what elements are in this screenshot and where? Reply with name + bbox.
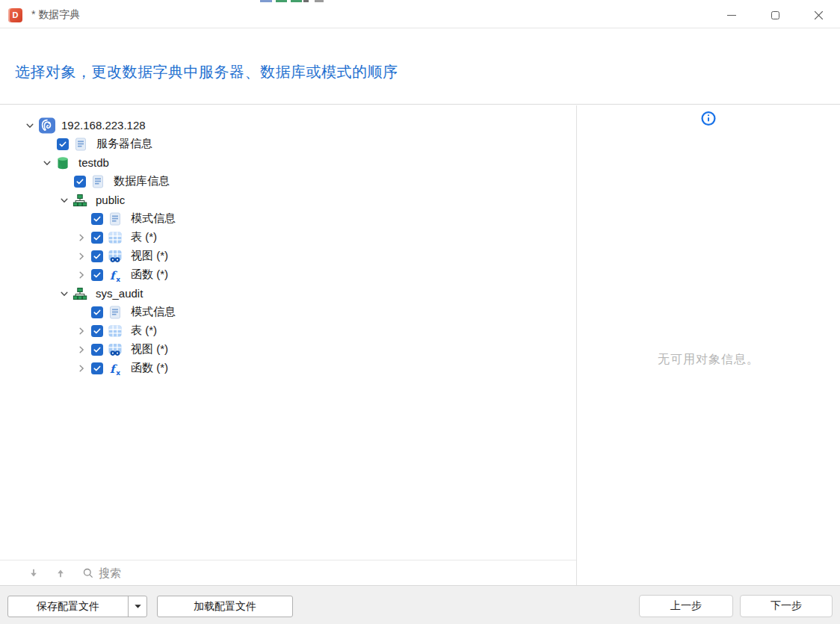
info-icon [701,111,717,129]
row-checkbox-checked[interactable] [91,344,103,356]
move-up-button[interactable] [55,567,66,578]
row-checkbox-checked[interactable] [91,362,103,374]
chevron-spacer [72,209,90,228]
tree-row[interactable]: testdb [0,153,576,172]
tree-row[interactable]: 服务器信息 [0,135,576,153]
tree-row[interactable]: fx函数 (*) [0,265,576,284]
tree-label: 192.168.223.128 [61,119,146,132]
wizard-header: 选择对象，更改数据字典中服务器、数据库或模式的顺序 [0,29,840,105]
row-checkbox-checked[interactable] [91,269,103,281]
view-icon [108,340,126,359]
tree-label: 函数 (*) [131,361,168,375]
tree-row[interactable]: 表 (*) [0,321,576,340]
view-icon [108,247,126,265]
tree-row[interactable]: 数据库信息 [0,172,576,191]
tree-row[interactable]: 视图 (*) [0,340,576,359]
data-dictionary-dialog: D * 数据字典 选择对象，更改数据字典中服务器、数据库或模式的顺序 192.1… [0,0,840,624]
tree-label: testdb [78,156,109,169]
object-info-panel: 无可用对象信息。 [577,105,840,585]
chevron-down-icon[interactable] [55,284,72,303]
checkbox-slot [90,306,108,318]
close-button[interactable] [797,2,840,28]
tree-row[interactable]: public [0,191,576,209]
schema-icon [72,284,90,303]
titlebar: D * 数据字典 [0,2,840,28]
chevron-right-icon[interactable] [72,340,90,359]
info-document-icon [108,303,126,321]
chevron-down-icon[interactable] [38,153,55,172]
chevron-right-icon[interactable] [72,265,90,284]
tree-label: public [96,194,125,206]
chevron-right-icon[interactable] [72,321,90,340]
database-icon [55,153,73,172]
tree-row[interactable]: sys_audit [0,284,576,303]
dropdown-caret-icon [135,605,141,608]
row-checkbox-checked[interactable] [91,306,103,318]
checkbox-slot [90,232,108,244]
row-checkbox-checked[interactable] [74,176,86,188]
tree-row[interactable]: 192.168.223.128 [0,116,576,135]
save-profile-menu-button[interactable] [129,596,146,617]
tree-search [82,566,203,579]
app-icon: D [8,8,22,22]
window-controls [710,2,840,28]
schema-icon [72,191,90,209]
tree-row[interactable]: 视图 (*) [0,247,576,265]
wizard-instruction: 选择对象，更改数据字典中服务器、数据库或模式的顺序 [15,62,398,82]
save-profile-split-button: 保存配置文件 [7,596,147,617]
object-tree[interactable]: 192.168.223.128服务器信息testdb数据库信息public模式信… [0,105,576,560]
svg-text:x: x [116,368,120,376]
move-down-icon [28,568,39,578]
row-checkbox-checked[interactable] [91,325,103,337]
checkbox-slot [90,269,108,281]
chevron-right-icon[interactable] [72,247,90,265]
chevron-right-icon[interactable] [72,359,90,377]
function-icon: fx [108,359,126,377]
tree-label: sys_audit [96,287,143,300]
checkbox-slot [90,250,108,262]
empty-object-info-message: 无可用对象信息。 [577,352,840,368]
load-profile-button[interactable]: 加载配置文件 [157,596,293,617]
tree-row[interactable]: 表 (*) [0,228,576,247]
svg-text:x: x [116,275,120,282]
checkbox-slot [72,176,90,188]
window-title: * 数据字典 [31,8,80,22]
chevron-spacer [55,172,72,191]
row-checkbox-checked[interactable] [57,138,69,150]
move-down-button[interactable] [28,567,39,578]
tree-label: 视图 (*) [131,342,168,356]
info-document-icon [108,209,126,228]
close-icon [814,10,824,20]
tree-row[interactable]: fx函数 (*) [0,359,576,377]
info-document-icon [73,135,91,153]
main-area: 192.168.223.128服务器信息testdb数据库信息public模式信… [0,105,840,585]
tree-label: 函数 (*) [131,268,168,282]
tree-label: 模式信息 [131,211,176,226]
tree-label: 服务器信息 [96,137,152,151]
function-icon: fx [108,265,126,284]
row-checkbox-checked[interactable] [91,213,103,225]
back-button[interactable]: 上一步 [639,595,733,617]
save-profile-button[interactable]: 保存配置文件 [8,596,128,617]
checkbox-slot [90,362,108,374]
info-document-icon [90,172,108,191]
chevron-down-icon[interactable] [55,191,72,209]
maximize-button[interactable] [753,2,797,28]
row-checkbox-checked[interactable] [91,250,103,262]
search-input[interactable] [99,566,203,579]
tree-row[interactable]: 模式信息 [0,303,576,321]
maximize-icon [771,11,779,19]
minimize-button[interactable] [710,2,753,28]
chevron-spacer [38,135,55,153]
chevron-right-icon[interactable] [72,228,90,247]
tree-toolbar [0,560,576,585]
tree-label: 数据库信息 [114,174,170,188]
minimize-icon [727,15,736,16]
checkbox-slot [90,344,108,356]
object-tree-panel: 192.168.223.128服务器信息testdb数据库信息public模式信… [0,105,576,585]
tree-row[interactable]: 模式信息 [0,209,576,228]
row-checkbox-checked[interactable] [91,232,103,244]
chevron-down-icon[interactable] [21,116,38,135]
next-button[interactable]: 下一步 [740,595,833,617]
tree-label: 表 (*) [131,324,157,338]
